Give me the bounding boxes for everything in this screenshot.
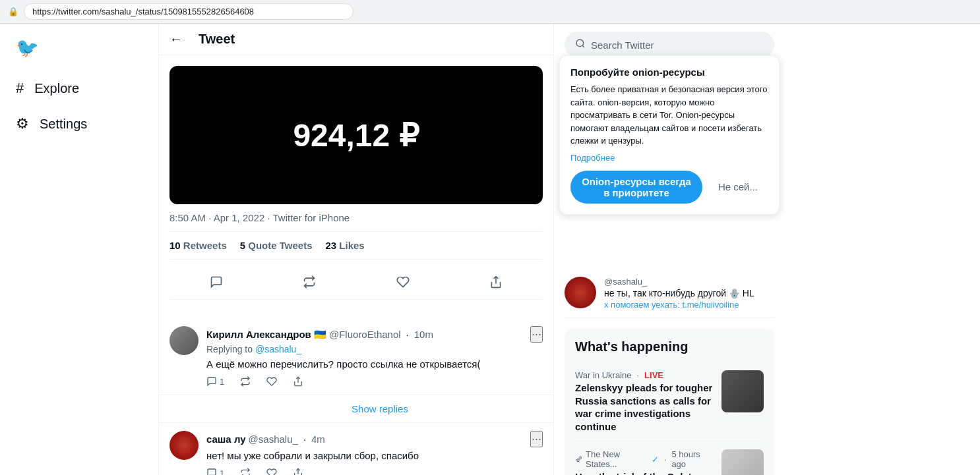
news-item-colston[interactable]: 🗞 The New States... ✓ · 5 hours ago How … bbox=[575, 441, 764, 475]
reply-to-1: Replying to @sashalu_ bbox=[206, 344, 543, 354]
app-layout: 🐦 # Explore ⚙ Settings ← Tweet 924,12 ₽ … bbox=[0, 24, 980, 475]
reply-content-2: саша лу @sashalu_ · 4m ··· нет! мы уже с… bbox=[206, 431, 543, 475]
twitter-bird-icon: 🐦 bbox=[16, 37, 39, 59]
like-button[interactable] bbox=[391, 270, 415, 294]
back-button[interactable]: ← bbox=[169, 32, 183, 47]
sidebar-item-settings[interactable]: ⚙ Settings bbox=[8, 107, 150, 140]
news-thumbnail-ukraine bbox=[721, 370, 764, 412]
news-time-colston: 5 hours ago bbox=[671, 449, 714, 469]
search-placeholder-text: Search Twitter bbox=[591, 40, 654, 51]
reply-avatar-kirill bbox=[169, 326, 199, 355]
news-source-icon-colston: 🗞 bbox=[575, 455, 583, 464]
verified-badge-colston: ✓ bbox=[652, 455, 659, 464]
reply-more-button-2[interactable]: ··· bbox=[530, 431, 543, 447]
ukraine-thumb-img bbox=[721, 370, 764, 412]
retweets-stat[interactable]: 10 Retweets bbox=[169, 240, 227, 251]
likes-stat[interactable]: 23 Likes bbox=[325, 240, 364, 251]
whats-happening-section: What's happening War in Ukraine · LIVE Z… bbox=[565, 329, 774, 475]
retweets-count: 10 bbox=[169, 240, 181, 251]
onion-title: Попробуйте onion-ресурсы bbox=[570, 67, 768, 78]
reply-item-1: Кирилл Александров 🇺🇦 @FluoroEthanol · 1… bbox=[159, 318, 553, 395]
url-bar[interactable]: https://twitter.com/sashalu_/status/1509… bbox=[24, 3, 353, 20]
onion-secondary-button[interactable]: Не сей... bbox=[708, 171, 768, 204]
onion-details-link[interactable]: Подробнее bbox=[570, 153, 768, 163]
onion-primary-button[interactable]: Onion-ресурсы всегда в приоритете bbox=[570, 171, 702, 204]
reply-handle-2: @sashalu_ bbox=[249, 433, 298, 445]
reply-avatar-sasha bbox=[169, 431, 199, 460]
tweet-time-text: 8:50 AM · Apr 1, 2022 · Twitter for iPho… bbox=[169, 212, 350, 223]
search-icon bbox=[575, 38, 586, 51]
news-thumbnail-colston bbox=[721, 449, 764, 475]
retweet-button[interactable] bbox=[297, 270, 321, 294]
quote-tweets-label: Quote Tweets bbox=[248, 240, 312, 251]
tweet-media-text: 924,12 ₽ bbox=[293, 117, 419, 154]
news-source-colston: 🗞 The New States... ✓ · 5 hours ago bbox=[575, 449, 714, 469]
explore-icon: # bbox=[16, 80, 24, 97]
news-source-label-colston: The New States... bbox=[586, 449, 649, 469]
reply-to-link-1[interactable]: @sashalu_ bbox=[255, 344, 301, 354]
tweet-actions bbox=[169, 265, 543, 300]
reply-text-1: А ещё можно перечислить? просто ссылка н… bbox=[206, 357, 543, 371]
news-source-label-ukraine: War in Ukraine bbox=[575, 370, 631, 380]
likes-label: Likes bbox=[339, 240, 364, 251]
reply-name-1: Кирилл Александров 🇺🇦 bbox=[206, 329, 326, 341]
share-button[interactable] bbox=[484, 270, 508, 294]
reply-content-1: Кирилл Александров 🇺🇦 @FluoroEthanol · 1… bbox=[206, 326, 543, 387]
reply-time-2: 4m bbox=[311, 433, 325, 445]
news-headline-colston: How the trial of the Colston Four was wo… bbox=[575, 470, 714, 475]
svg-line-4 bbox=[582, 45, 584, 47]
reply-like-btn-2[interactable] bbox=[266, 468, 277, 475]
reply-user-1: Кирилл Александров 🇺🇦 @FluoroEthanol · 1… bbox=[206, 329, 433, 341]
tweet-body: 924,12 ₽ 8:50 AM · Apr 1, 2022 · Twitter… bbox=[159, 55, 553, 318]
reply-time-1: 10m bbox=[414, 329, 433, 340]
reply-retweet-btn-2[interactable] bbox=[240, 468, 251, 475]
whats-happening-title: What's happening bbox=[575, 339, 764, 354]
news-text-colston: 🗞 The New States... ✓ · 5 hours ago How … bbox=[575, 449, 714, 475]
show-replies-button[interactable]: Show replies bbox=[206, 395, 553, 422]
right-search-bar[interactable]: Search Twitter bbox=[565, 32, 774, 58]
reply-retweet-btn-1[interactable] bbox=[240, 376, 251, 387]
reply-actions-1: 1 bbox=[206, 376, 543, 387]
reply-name-2: саша лу bbox=[206, 433, 246, 445]
browser-bar: 🔒 https://twitter.com/sashalu_/status/15… bbox=[0, 0, 980, 24]
main-content: ← Tweet 924,12 ₽ 8:50 AM · Apr 1, 2022 ·… bbox=[158, 24, 554, 475]
settings-icon: ⚙ bbox=[16, 115, 29, 132]
reply-share-btn-2[interactable] bbox=[293, 468, 303, 475]
news-source-ukraine: War in Ukraine · LIVE bbox=[575, 370, 714, 380]
quote-tweets-stat[interactable]: 5 Quote Tweets bbox=[240, 240, 313, 251]
reply-actions-2: 1 bbox=[206, 468, 543, 475]
show-replies-container: Show replies bbox=[159, 395, 553, 423]
twitter-logo[interactable]: 🐦 bbox=[8, 29, 150, 67]
profile-snippet: @sashalu_ не ты, так кто-нибудь другой 🪬… bbox=[565, 269, 774, 318]
tweet-stats: 10 Retweets 5 Quote Tweets 23 Likes bbox=[169, 231, 543, 260]
right-sidebar: Search Twitter Попробуйте onion-ресурсы … bbox=[554, 24, 785, 475]
news-item-ukraine[interactable]: War in Ukraine · LIVE Zelenskyy pleads f… bbox=[575, 362, 764, 441]
reply-user-2: саша лу @sashalu_ · 4m bbox=[206, 433, 325, 445]
sidebar-item-explore[interactable]: # Explore bbox=[8, 72, 150, 105]
reply-item-2: саша лу @sashalu_ · 4m ··· нет! мы уже с… bbox=[159, 423, 553, 475]
reply-header-1: Кирилл Александров 🇺🇦 @FluoroEthanol · 1… bbox=[206, 326, 543, 343]
tweet-timestamp: 8:50 AM · Apr 1, 2022 · Twitter for iPho… bbox=[169, 212, 543, 223]
onion-banner: Попробуйте onion-ресурсы Есть более прив… bbox=[559, 55, 780, 215]
lock-icon: 🔒 bbox=[8, 7, 18, 16]
news-text-ukraine: War in Ukraine · LIVE Zelenskyy pleads f… bbox=[575, 370, 714, 433]
quote-tweets-count: 5 bbox=[240, 240, 245, 251]
svg-point-3 bbox=[576, 40, 584, 47]
reply-like-btn-1[interactable] bbox=[266, 376, 277, 387]
retweets-label: Retweets bbox=[183, 240, 227, 251]
profile-snippet-text: @sashalu_ не ты, так кто-нибудь другой 🪬… bbox=[604, 277, 754, 310]
reply-more-button-1[interactable]: ··· bbox=[530, 326, 543, 343]
colston-thumb-img bbox=[721, 449, 764, 475]
likes-count: 23 bbox=[325, 240, 336, 251]
profile-link[interactable]: х помогаем уехать: t.me/huiivoiline bbox=[604, 300, 754, 310]
reply-handle-1: @FluoroEthanol bbox=[329, 329, 401, 340]
reply-reply-btn-2[interactable]: 1 bbox=[206, 468, 224, 475]
reply-share-btn-1[interactable] bbox=[293, 376, 303, 387]
reply-reply-btn-1[interactable]: 1 bbox=[206, 376, 224, 387]
live-badge: LIVE bbox=[644, 370, 663, 380]
reply-button[interactable] bbox=[204, 270, 228, 294]
sidebar-item-label-explore: Explore bbox=[34, 81, 79, 96]
profile-snippet-avatar bbox=[565, 277, 596, 308]
reply-reply-count-1: 1 bbox=[220, 377, 224, 387]
profile-bio: не ты, так кто-нибудь другой 🪬 HL bbox=[604, 288, 754, 298]
